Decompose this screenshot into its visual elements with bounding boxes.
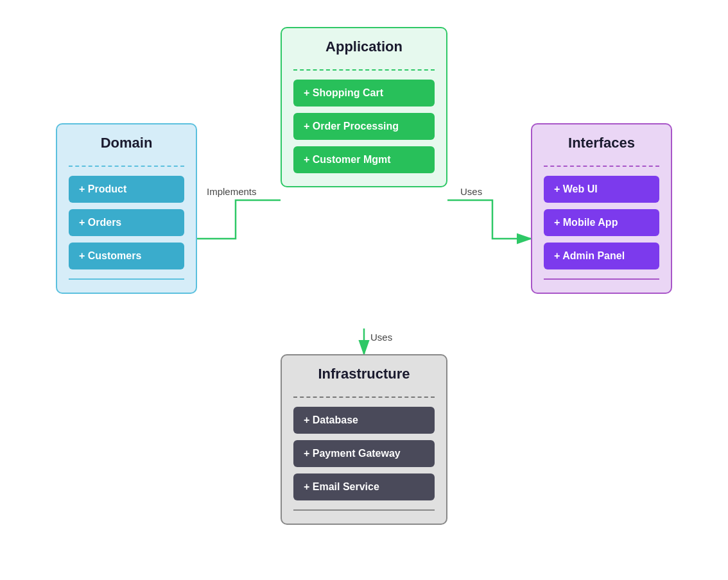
app-item-customer-mgmt: + Customer Mgmt [293,146,435,173]
application-box: Application + Shopping Cart + Order Proc… [281,27,447,187]
application-title: Application [293,38,435,60]
domain-item-customers: + Customers [69,243,184,269]
interfaces-title: Interfaces [544,135,659,157]
domain-title: Domain [69,135,184,157]
infrastructure-divider [293,397,435,398]
infra-item-payment-gateway: + Payment Gateway [293,440,435,467]
app-item-shopping-cart: + Shopping Cart [293,80,435,107]
infrastructure-box: Infrastructure + Database + Payment Gate… [281,354,447,525]
infra-item-email-service: + Email Service [293,473,435,500]
interfaces-item-web-ui: + Web UI [544,176,659,203]
infrastructure-title: Infrastructure [293,366,435,388]
domain-bottom-line [69,278,184,280]
interfaces-divider [544,166,659,167]
implements-label: Implements [207,186,257,197]
infra-bottom-line [293,509,435,511]
domain-box: Domain + Product + Orders + Customers [56,123,197,294]
application-divider [293,69,435,71]
infra-item-database: + Database [293,407,435,434]
domain-item-orders: + Orders [69,209,184,236]
uses-down-label: Uses [370,332,392,343]
interfaces-item-mobile-app: + Mobile App [544,209,659,236]
interfaces-item-admin-panel: + Admin Panel [544,243,659,269]
domain-item-product: + Product [69,176,184,203]
domain-divider [69,166,184,167]
interfaces-box: Interfaces + Web UI + Mobile App + Admin… [531,123,672,294]
uses-right-label: Uses [460,186,482,197]
app-item-order-processing: + Order Processing [293,113,435,140]
interfaces-bottom-line [544,278,659,280]
architecture-diagram: Implements Uses Uses Domain + Product + … [43,14,685,566]
